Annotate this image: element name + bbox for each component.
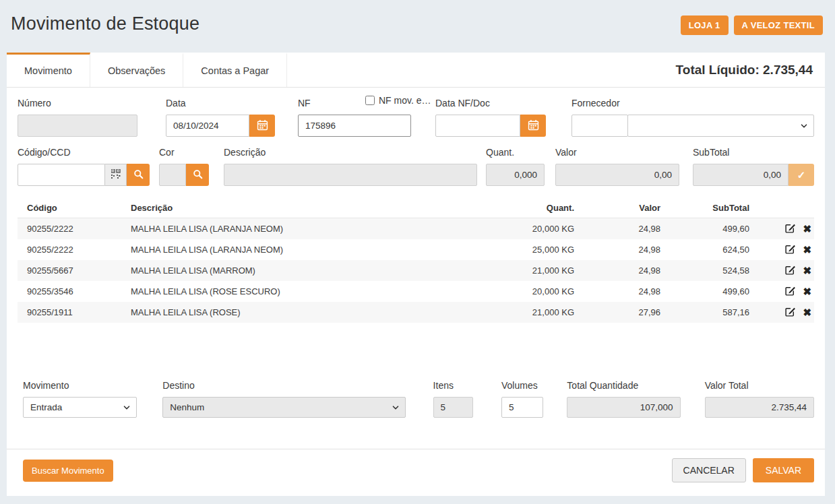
volumes-label: Volumes xyxy=(501,379,543,391)
cell-codigo: 90255/1911 xyxy=(18,307,131,317)
buscar-movimento-button[interactable]: Buscar Movimento xyxy=(23,460,113,482)
salvar-button[interactable]: SALVAR xyxy=(753,458,814,482)
edit-row-button[interactable] xyxy=(784,285,796,298)
tab-observacoes-label: Observações xyxy=(108,65,165,76)
itens-label: Itens xyxy=(433,379,473,391)
col-codigo: Código xyxy=(18,203,131,213)
cor-input xyxy=(159,164,186,186)
total-quantidade-field: Total Quantidade xyxy=(567,379,680,418)
cell-descricao: MALHA LEILA LISA (ROSE) xyxy=(131,307,493,317)
col-quant: Quant. xyxy=(493,203,574,213)
data-nf-doc-calendar-button[interactable] xyxy=(520,115,546,137)
data-nf-doc-label: Data NF/Doc xyxy=(435,97,546,108)
valor-label: Valor xyxy=(555,146,679,158)
movimento-label: Movimento xyxy=(23,379,137,391)
nf-mov-checkbox[interactable] xyxy=(365,96,375,105)
cell-actions: ✖ xyxy=(749,306,814,319)
numero-field: Número xyxy=(18,97,137,137)
codigo-ccd-input[interactable] xyxy=(18,164,105,186)
volumes-input[interactable] xyxy=(501,397,543,418)
data-nf-doc-input[interactable] xyxy=(435,115,520,137)
numero-label: Número xyxy=(18,97,137,108)
total-quantidade-input xyxy=(567,397,680,418)
cell-codigo: 90255/5667 xyxy=(18,265,131,276)
delete-row-button[interactable]: ✖ xyxy=(803,224,811,234)
codigo-search-button[interactable] xyxy=(127,164,150,186)
nf-mov-checkbox-label: NF mov. e… xyxy=(379,95,431,106)
descricao-field: Descrição xyxy=(224,146,477,186)
tab-movimento[interactable]: Movimento xyxy=(7,53,90,87)
delete-row-button[interactable]: ✖ xyxy=(803,286,811,296)
cell-quant: 20,000 KG xyxy=(493,224,574,234)
qr-code-icon xyxy=(111,169,121,181)
edit-icon xyxy=(784,222,796,236)
cell-quant: 20,000 KG xyxy=(493,286,574,296)
edit-row-button[interactable] xyxy=(784,243,796,257)
cancelar-button[interactable]: CANCELAR xyxy=(672,458,746,482)
destino-field: Destino Nenhum xyxy=(162,379,405,418)
data-calendar-button[interactable] xyxy=(249,115,275,137)
delete-row-button[interactable]: ✖ xyxy=(803,245,811,255)
cell-codigo: 90255/2222 xyxy=(18,245,131,255)
cell-subtotal: 524,58 xyxy=(660,265,749,276)
delete-icon: ✖ xyxy=(803,245,811,255)
table-row: 90255/1911 MALHA LEILA LISA (ROSE) 21,00… xyxy=(18,302,814,323)
edit-icon xyxy=(784,243,796,257)
tab-movimento-label: Movimento xyxy=(24,65,72,76)
destino-select[interactable]: Nenhum xyxy=(162,397,405,418)
cor-search-button[interactable] xyxy=(186,164,209,186)
cell-quant: 21,000 KG xyxy=(493,265,574,276)
tab-contas-a-pagar[interactable]: Contas a Pagar xyxy=(183,53,287,87)
descricao-label: Descrição xyxy=(224,146,477,158)
delete-icon: ✖ xyxy=(803,286,811,296)
valor-total-input xyxy=(705,397,814,418)
footer-actions: CANCELAR SALVAR xyxy=(672,458,814,482)
quant-input xyxy=(486,164,545,186)
edit-row-button[interactable] xyxy=(784,222,796,236)
cell-descricao: MALHA LEILA LISA (MARROM) xyxy=(131,265,493,276)
edit-row-button[interactable] xyxy=(784,306,796,319)
tab-observacoes[interactable]: Observações xyxy=(90,53,183,87)
cell-subtotal: 624,50 xyxy=(660,245,749,255)
fornecedor-select[interactable] xyxy=(627,115,814,137)
volumes-field: Volumes xyxy=(501,379,543,418)
data-input[interactable] xyxy=(166,115,249,137)
check-icon: ✓ xyxy=(797,169,806,181)
edit-icon xyxy=(784,285,796,298)
delete-icon: ✖ xyxy=(803,307,811,317)
delete-row-button[interactable]: ✖ xyxy=(803,307,811,317)
cell-quant: 25,000 KG xyxy=(493,245,574,255)
fornecedor-field: Fornecedor xyxy=(571,97,814,137)
numero-input xyxy=(18,115,137,137)
cell-quant: 21,000 KG xyxy=(493,307,574,317)
delete-row-button[interactable]: ✖ xyxy=(803,265,811,276)
company-button[interactable]: A VELOZ TEXTIL xyxy=(734,15,823,35)
delete-icon: ✖ xyxy=(803,224,811,234)
barcode-scan-button[interactable] xyxy=(105,164,127,186)
tab-contas-a-pagar-label: Contas a Pagar xyxy=(201,65,269,76)
nf-input[interactable] xyxy=(298,115,411,137)
store-button[interactable]: LOJA 1 xyxy=(681,15,729,35)
fornecedor-code-input[interactable] xyxy=(571,115,628,137)
cell-actions: ✖ xyxy=(749,264,814,278)
quant-label: Quant. xyxy=(486,146,545,158)
cor-label: Cor xyxy=(159,146,209,158)
table-body: 90255/2222 MALHA LEILA LISA (LARANJA NEO… xyxy=(18,218,814,323)
calendar-icon xyxy=(528,119,539,133)
data-label: Data xyxy=(166,97,275,108)
header-buttons: LOJA 1 A VELOZ TEXTIL xyxy=(681,15,823,35)
confirm-item-button[interactable]: ✓ xyxy=(788,164,814,186)
cell-valor: 24,98 xyxy=(574,224,660,234)
cell-descricao: MALHA LEILA LISA (ROSE ESCURO) xyxy=(131,286,493,296)
itens-field: Itens xyxy=(433,379,473,418)
nf-mov-checkbox-wrap: NF mov. e… xyxy=(365,95,431,106)
movimento-select[interactable]: Entrada xyxy=(23,397,137,418)
table-row: 90255/3546 MALHA LEILA LISA (ROSE ESCURO… xyxy=(18,281,814,302)
subtotal-input xyxy=(693,164,788,186)
search-icon xyxy=(133,169,144,181)
data-nf-doc-field: Data NF/Doc xyxy=(435,97,546,137)
codigo-ccd-field: Código/CCD xyxy=(18,146,150,186)
edit-row-button[interactable] xyxy=(784,264,796,278)
items-table: Código Descrição Quant. Valor SubTotal 9… xyxy=(18,198,814,323)
cell-actions: ✖ xyxy=(749,243,814,257)
